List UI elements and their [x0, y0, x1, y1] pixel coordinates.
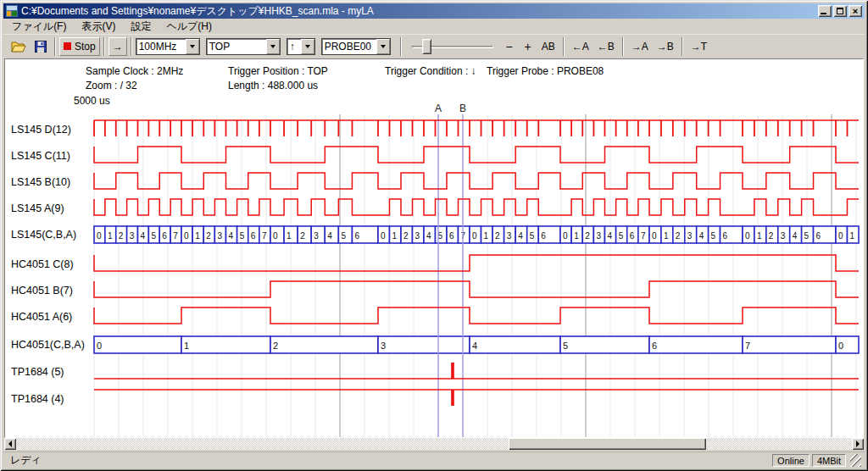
channel-label: HC4051(C,B,A) — [11, 339, 85, 351]
save-file-button[interactable] — [31, 37, 51, 56]
bus-value: 0 — [273, 231, 278, 241]
run-button[interactable]: → — [108, 37, 127, 56]
ab-button[interactable]: AB — [537, 37, 559, 56]
menu-bar: ファイル(F) 表示(V) 設定 ヘルプ(H) — [3, 19, 865, 34]
probe-select[interactable]: PROBE00 — [321, 38, 391, 55]
toolbar-separator — [103, 37, 105, 56]
channel-label: LS145(C,B,A) — [11, 229, 76, 241]
zoom-out-button[interactable]: − — [500, 37, 519, 56]
goto-b-right-button[interactable]: →B — [653, 37, 678, 56]
bus-value: 1 — [108, 231, 113, 241]
app-window: C:¥Documents and Settings¥noname¥デスクトップ¥… — [0, 0, 868, 471]
menu-item-settings[interactable]: 設定 — [123, 19, 159, 35]
goto-a-left-button[interactable]: ←A — [568, 37, 593, 56]
toolbar: Stop → 100MHz TOP ↑ PROBE00 − + AB ←A — [3, 34, 865, 58]
trigger-position-value: TOP — [207, 39, 266, 54]
sample-clock-dropdown-button[interactable] — [186, 39, 199, 54]
bus-value: 5 — [341, 231, 346, 241]
bus-value: 0 — [563, 231, 568, 241]
goto-a-right-button[interactable]: →A — [627, 37, 653, 56]
bus-value: 2 — [585, 231, 590, 241]
bus-value: 0 — [97, 341, 102, 351]
digital-waveform — [94, 173, 859, 189]
bus-value: 1 — [664, 231, 669, 241]
bus-value: 0 — [838, 341, 843, 351]
digital-waveform — [94, 255, 859, 271]
open-folder-icon — [11, 41, 26, 53]
menu-item-file[interactable]: ファイル(F) — [4, 19, 74, 35]
horizontal-scrollbar[interactable] — [4, 438, 864, 450]
bus-value: 4 — [426, 231, 431, 241]
trigger-position-select[interactable]: TOP — [206, 38, 281, 55]
zoom-slider-thumb[interactable] — [422, 39, 431, 54]
menu-item-help[interactable]: ヘルプ(H) — [159, 19, 220, 35]
zoom-in-button[interactable]: + — [519, 37, 537, 56]
open-file-button[interactable] — [7, 37, 31, 56]
status-online: Online — [772, 454, 810, 467]
digital-waveform — [94, 281, 859, 297]
bus-value: 2 — [206, 231, 211, 241]
bus-value: 3 — [687, 231, 693, 241]
stop-button[interactable]: Stop — [59, 37, 100, 56]
bus-value: 7 — [173, 231, 178, 241]
bus-value: 1 — [287, 231, 292, 241]
bus-value: 5 — [711, 231, 716, 241]
scrollbar-thumb[interactable] — [509, 438, 706, 450]
maximize-button[interactable] — [833, 5, 847, 17]
close-button[interactable]: × — [849, 5, 862, 17]
trigger-position-dropdown-button[interactable] — [266, 39, 280, 54]
scroll-left-button[interactable] — [4, 438, 16, 450]
channel-label: LS145 C(11) — [11, 150, 70, 162]
maximize-icon — [837, 8, 843, 14]
channel-label: TP1684 (5) — [11, 366, 64, 378]
wave-layer — [94, 120, 859, 406]
goto-trigger-button[interactable]: →T — [687, 37, 711, 56]
bus-value: 2 — [403, 231, 409, 241]
bus-value: 1 — [757, 231, 762, 241]
menu-item-view[interactable]: 表示(V) — [74, 19, 123, 35]
toolbar-separator — [682, 37, 683, 56]
trigger-edge-dropdown-button[interactable] — [301, 39, 314, 54]
bus-value: 6 — [816, 231, 821, 241]
sample-clock-select[interactable]: 100MHz — [136, 38, 200, 55]
bus-value: 5 — [619, 231, 624, 241]
waveform-client-area[interactable]: Sample Clock : 2MHz Trigger Position : T… — [4, 58, 864, 438]
bus-value: 2 — [300, 231, 305, 241]
probe-value: PROBE00 — [322, 39, 376, 54]
channel-label: HC4051 C(8) — [11, 258, 74, 270]
bus-value: 1 — [850, 231, 855, 241]
goto-b-left-button[interactable]: ←B — [593, 37, 619, 56]
chevron-down-icon — [270, 45, 275, 51]
bus-value: 1 — [184, 341, 189, 351]
toolbar-separator — [563, 37, 565, 56]
title-bar[interactable]: C:¥Documents and Settings¥noname¥デスクトップ¥… — [3, 3, 865, 19]
resize-grip[interactable] — [850, 454, 861, 467]
waveform-canvas[interactable]: 0123456701234567012345601234567012345601… — [5, 59, 863, 437]
status-message: レディ — [7, 453, 770, 468]
scroll-right-button[interactable] — [852, 438, 864, 450]
minimize-button[interactable] — [818, 5, 832, 17]
bus-value: 6 — [354, 231, 359, 241]
bus-value: 6 — [162, 231, 167, 241]
bus-value: 0 — [745, 231, 750, 241]
bus-value: 4 — [608, 231, 613, 241]
channel-label: HC4051 A(6) — [11, 311, 72, 323]
pulse — [451, 363, 454, 379]
bus-value: 3 — [507, 231, 512, 241]
bus-row: 012345670 — [94, 336, 859, 353]
trigger-edge-select[interactable]: ↑ — [287, 38, 315, 55]
channel-label: LS145 D(12) — [11, 124, 71, 136]
cursor-label-a: A — [435, 103, 442, 114]
digital-waveform — [94, 147, 859, 163]
zoom-slider[interactable] — [410, 37, 495, 56]
channel-label: LS145 B(10) — [11, 176, 70, 188]
chevron-down-icon — [381, 45, 386, 51]
bus-value: 5 — [530, 231, 535, 241]
cursor-layer[interactable]: AB — [435, 103, 466, 437]
bus-value: 0 — [381, 231, 386, 241]
bus-value: 5 — [804, 231, 810, 241]
bus-value: 6 — [541, 231, 546, 241]
bus-value: 4 — [327, 231, 332, 241]
probe-dropdown-button[interactable] — [376, 39, 390, 54]
bus-value: 4 — [699, 231, 704, 241]
